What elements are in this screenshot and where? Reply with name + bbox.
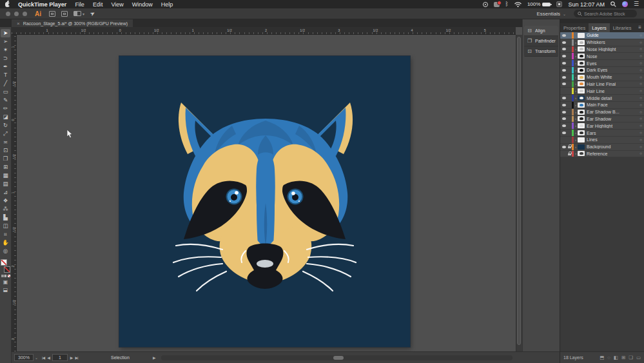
rectangle-tool[interactable]: ▭: [1, 88, 10, 96]
visibility-toggle[interactable]: [560, 55, 567, 57]
layer-row-ears[interactable]: ›Ears○: [560, 130, 644, 137]
visibility-toggle[interactable]: [560, 132, 567, 134]
visibility-toggle[interactable]: [560, 104, 567, 106]
target-circle-icon[interactable]: ○: [638, 117, 644, 121]
next-artboard-button[interactable]: ▶: [70, 355, 73, 360]
adobe-stock-search-input[interactable]: Search Adobe Stock: [574, 10, 637, 17]
zoom-level-dropdown[interactable]: 300%: [14, 354, 34, 361]
minimize-window-button[interactable]: [14, 12, 19, 16]
document-tab[interactable]: × Raccoon_Stage_5.ai* @ 300% (RGB/GPU Pr…: [12, 19, 133, 27]
width-tool[interactable]: ≍: [1, 138, 10, 146]
visibility-toggle[interactable]: [560, 83, 567, 85]
artboard-number-dropdown[interactable]: 1: [52, 354, 68, 361]
visibility-toggle[interactable]: [560, 111, 567, 113]
battery-indicator[interactable]: 100%: [527, 1, 551, 7]
delete-layer-icon[interactable]: ▭: [636, 355, 641, 360]
panel-button-align[interactable]: ⊟Align: [524, 26, 558, 36]
locate-object-icon[interactable]: ◌: [607, 355, 610, 360]
screen-recording-icon[interactable]: [483, 2, 488, 7]
target-circle-icon[interactable]: ○: [638, 34, 644, 37]
menu-item-view[interactable]: View: [111, 1, 123, 8]
layer-row-dark-eyes[interactable]: ›Dark Eyes○: [560, 67, 644, 74]
siri-icon[interactable]: [622, 1, 628, 7]
visibility-toggle[interactable]: [560, 41, 567, 44]
layer-row-reference[interactable]: ›Reference○: [560, 151, 644, 158]
create-new-layer-icon[interactable]: ❏: [629, 355, 633, 360]
type-tool[interactable]: T: [1, 71, 10, 79]
last-artboard-button[interactable]: ▶|: [75, 355, 77, 360]
rotate-tool[interactable]: ↻: [1, 121, 10, 130]
layer-row-lines[interactable]: ›Lines○: [560, 137, 644, 144]
apple-icon[interactable]: [5, 2, 10, 7]
scale-tool[interactable]: ⤢: [1, 130, 10, 138]
horizontal-scrollbar[interactable]: [161, 355, 512, 360]
artboard-tool[interactable]: ◫: [1, 222, 10, 230]
stroke-swatch[interactable]: [4, 266, 10, 273]
panel-button-pathfinder[interactable]: ❐Pathfinder: [524, 36, 558, 46]
layer-row-ear-highlight[interactable]: ›Ear Highlight○: [560, 123, 644, 130]
layer-row-middle-detail[interactable]: ›Middle detail○: [560, 95, 644, 102]
draw-mode-icon[interactable]: ▣: [3, 280, 8, 285]
target-circle-icon[interactable]: ○: [638, 124, 644, 128]
target-circle-icon[interactable]: ○: [638, 41, 644, 44]
target-circle-icon[interactable]: ○: [638, 47, 644, 51]
target-circle-icon[interactable]: ○: [638, 75, 644, 79]
horizontal-scrollbar-thumb[interactable]: [333, 356, 344, 360]
target-circle-icon[interactable]: ○: [638, 96, 644, 100]
menu-item-file[interactable]: File: [75, 1, 84, 8]
menu-item-window[interactable]: Window: [132, 1, 153, 8]
target-circle-icon[interactable]: ○: [638, 138, 644, 142]
free-transform-tool[interactable]: ⊡: [1, 146, 10, 155]
status-flyout-icon[interactable]: ▶: [153, 355, 156, 360]
pen-tool[interactable]: ✒: [1, 63, 10, 71]
make-clipping-mask-icon[interactable]: ◧: [614, 355, 618, 360]
eraser-tool[interactable]: ◪: [1, 113, 10, 121]
close-window-button[interactable]: [6, 12, 10, 16]
layer-row-hair-line[interactable]: ›Hair Line○: [560, 88, 644, 95]
line-segment-tool[interactable]: ╱: [1, 79, 10, 88]
menu-clock[interactable]: Sun 12:07 AM: [568, 1, 605, 8]
layer-row-hair-line-final[interactable]: ›Hair Line Final○: [560, 81, 644, 88]
visibility-toggle[interactable]: [560, 34, 567, 37]
vertical-scrollbar[interactable]: [516, 35, 522, 351]
gradient-button[interactable]: [5, 275, 7, 277]
paintbrush-tool[interactable]: ✎: [1, 96, 10, 104]
bridge-icon[interactable]: [49, 11, 55, 17]
hand-tool[interactable]: ✋: [1, 239, 10, 247]
column-graph-tool[interactable]: ▙: [1, 213, 10, 222]
color-button[interactable]: [1, 275, 4, 277]
menu-item-edit[interactable]: Edit: [93, 1, 103, 8]
canvas-area[interactable]: [17, 35, 516, 351]
target-circle-icon[interactable]: ○: [638, 89, 644, 93]
close-tab-icon[interactable]: ×: [17, 21, 20, 26]
layer-row-mouth-white[interactable]: ›Mouth White○: [560, 74, 644, 81]
eyedropper-tool[interactable]: ⊿: [1, 188, 10, 197]
arrange-documents-button[interactable]: ▾: [73, 11, 84, 16]
visibility-toggle[interactable]: [560, 146, 567, 148]
lock-toggle[interactable]: [567, 152, 572, 156]
tab-libraries[interactable]: Libraries: [610, 23, 635, 32]
layer-row-eyes[interactable]: ›Eyes○: [560, 60, 644, 67]
visibility-toggle[interactable]: [560, 69, 567, 72]
none-button[interactable]: [8, 275, 10, 277]
vertical-scrollbar-thumb[interactable]: [517, 37, 521, 345]
previous-artboard-button[interactable]: ◀: [47, 355, 50, 360]
mesh-tool[interactable]: ▦: [1, 172, 10, 180]
visibility-toggle[interactable]: [560, 97, 567, 99]
screen-mode-icon[interactable]: ⬓: [3, 288, 8, 293]
selection-tool[interactable]: ➤: [1, 29, 10, 37]
visibility-toggle[interactable]: [560, 48, 567, 50]
target-circle-icon[interactable]: ○: [638, 82, 644, 86]
tab-properties[interactable]: Properties: [560, 23, 589, 32]
magic-wand-tool[interactable]: ✶: [1, 46, 10, 54]
notification-center-icon[interactable]: ☰: [634, 1, 639, 7]
horizontal-ruler[interactable]: 11/201/211/221/231/241/25: [12, 27, 516, 35]
target-circle-icon[interactable]: ○: [638, 152, 644, 155]
menu-item-help[interactable]: Help: [161, 1, 173, 8]
shape-builder-tool[interactable]: ❒: [1, 155, 10, 163]
target-circle-icon[interactable]: ○: [638, 110, 644, 114]
visibility-toggle[interactable]: [560, 76, 567, 79]
target-circle-icon[interactable]: ○: [638, 61, 644, 65]
zoom-tool[interactable]: ◎: [1, 247, 10, 255]
layer-row-background[interactable]: ›Background○: [560, 144, 644, 151]
